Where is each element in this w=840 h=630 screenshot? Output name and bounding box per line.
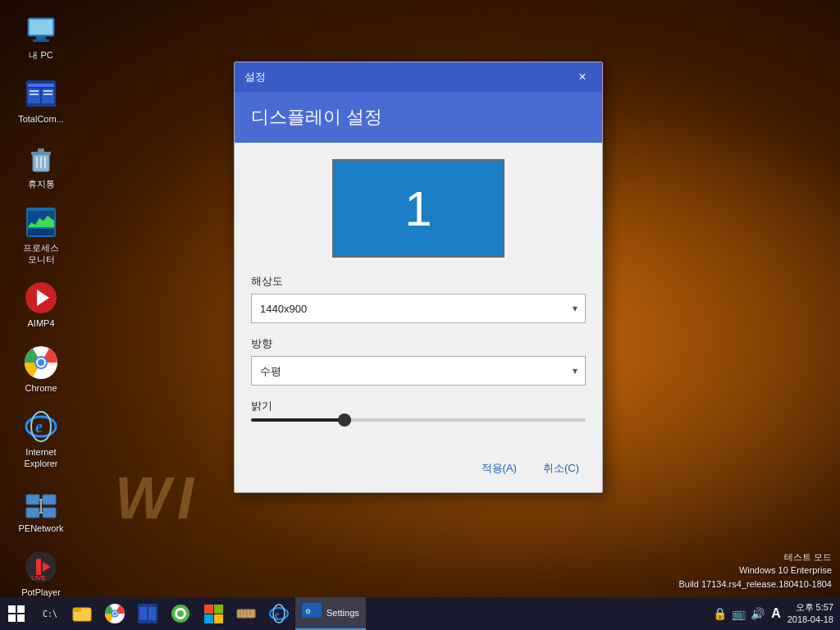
watermark-line1: 테스트 모드	[678, 550, 832, 564]
aimp-label: AIMP4	[27, 317, 54, 329]
direction-label: 방향	[251, 336, 586, 351]
taskbar-item-explorer[interactable]	[66, 597, 98, 630]
resolution-select-wrapper: 1440x900 1920x1080 1280x720 840x630 ▾	[251, 294, 586, 323]
taskbar-item-winstore[interactable]	[197, 597, 230, 630]
cancel-button[interactable]: 취소(C)	[536, 458, 586, 479]
resolution-field-group: 해상도 1440x900 1920x1080 1280x720 840x630…	[251, 274, 586, 323]
brightness-slider-container	[251, 418, 586, 422]
taskbar-item-cmd[interactable]: C:\	[33, 597, 66, 630]
display-icon[interactable]: 📺	[732, 607, 746, 620]
svg-rect-31	[43, 495, 56, 504]
resolution-select[interactable]: 1440x900 1920x1080 1280x720 840x630	[251, 294, 586, 323]
svg-rect-20	[28, 229, 54, 235]
desktop-icon-chrome[interactable]: Chrome	[8, 341, 74, 399]
svg-point-48	[113, 612, 116, 615]
potplayer-icon: LIVE	[25, 550, 57, 583]
volume-icon[interactable]: 🔊	[751, 607, 765, 620]
watermark: 테스트 모드 Windows 10 Enterprise Build 17134…	[678, 550, 832, 591]
svg-rect-59	[237, 609, 255, 618]
start-button[interactable]	[0, 597, 33, 630]
close-button[interactable]: ×	[573, 67, 592, 87]
watermark-line2: Windows 10 Enterprise	[678, 564, 832, 578]
clock[interactable]: 오후 5:57 2018-04-18	[788, 601, 833, 627]
desktop-icon-recyclebin[interactable]: 휴지통	[8, 137, 74, 194]
360-taskbar-icon	[171, 604, 190, 623]
systray: 🔒 📺 🔊	[713, 607, 765, 620]
recyclebin-label: 휴지통	[28, 178, 55, 189]
ie-taskbar-icon: e	[269, 604, 289, 623]
svg-rect-14	[38, 148, 44, 153]
svg-point-26	[38, 359, 44, 366]
taskbar-item-360[interactable]	[164, 597, 197, 630]
language-indicator[interactable]: A	[771, 606, 781, 621]
direction-select-wrapper: 수평 수직 ▾	[251, 356, 586, 386]
svg-rect-58	[214, 614, 223, 623]
svg-text:e: e	[275, 609, 280, 620]
totalcmd-icon	[25, 77, 57, 110]
svg-rect-51	[148, 607, 156, 620]
brightness-thumb[interactable]	[338, 413, 351, 427]
monitor-box[interactable]: 1	[332, 159, 504, 258]
apply-button[interactable]: 적용(A)	[475, 458, 523, 479]
desktop-icon-procmon[interactable]: 프로세스 모니터	[8, 201, 74, 271]
chrome-icon	[25, 346, 57, 379]
dialog-titlebar: 설정 ×	[235, 62, 602, 92]
lock-icon[interactable]: 🔒	[713, 607, 727, 620]
explorer-taskbar-icon	[72, 604, 92, 623]
desktop-icon-ie[interactable]: e Internet Explorer	[8, 405, 74, 475]
mypc-icon	[25, 13, 57, 46]
brightness-slider[interactable]	[251, 418, 586, 422]
taskbar-item-settings[interactable]: ⚙ Settings	[295, 597, 366, 630]
desktop: WI 내 PC	[0, 0, 840, 630]
settings-taskbar-icon: ⚙	[302, 603, 322, 623]
resolution-label: 해상도	[251, 274, 586, 289]
procmon-icon	[25, 206, 57, 239]
taskbar-item-chrome[interactable]	[98, 597, 131, 630]
windows-logo	[8, 605, 25, 622]
svg-rect-44	[73, 608, 81, 612]
desktop-icon-mypc[interactable]: 내 PC	[8, 8, 74, 66]
watermark-line3: Build 17134.rs4_release.180410-1804	[678, 578, 832, 591]
svg-rect-50	[139, 607, 147, 620]
svg-rect-32	[26, 508, 39, 518]
svg-rect-30	[26, 495, 39, 504]
svg-rect-33	[43, 508, 56, 518]
ie-icon: e	[25, 410, 57, 443]
chrome-taskbar-icon	[105, 604, 125, 623]
settings-taskbar-label: Settings	[326, 608, 359, 618]
svg-rect-55	[204, 605, 213, 614]
totalcmd-taskbar-icon	[138, 604, 158, 623]
taskbar-item-ie[interactable]: e	[262, 597, 295, 630]
cmd-taskbar-icon: C:\	[39, 604, 59, 623]
dialog-buttons: 적용(A) 취소(C)	[235, 448, 602, 492]
chrome-label: Chrome	[25, 382, 57, 394]
svg-rect-38	[36, 559, 41, 575]
taskbar-item-totalcmd[interactable]	[131, 597, 164, 630]
desktop-icon-penet[interactable]: PENetwork	[8, 482, 74, 539]
taskbar-right: 🔒 📺 🔊 A 오후 5:57 2018-04-18	[706, 597, 840, 630]
taskbar-item-ruler[interactable]	[230, 597, 262, 630]
dialog-title: 설정	[244, 70, 266, 84]
svg-point-54	[177, 610, 184, 617]
desktop-icon-totalcmd[interactable]: TotalCom...	[8, 72, 74, 130]
taskbar: C:\	[0, 597, 840, 630]
penet-icon	[25, 486, 57, 519]
svg-rect-57	[204, 614, 213, 623]
display-settings-dialog: 설정 × 디스플레이 설정 1 해상도 1440x900 1920x1080	[234, 62, 603, 493]
svg-rect-9	[30, 94, 39, 95]
ie-label: Internet Explorer	[25, 446, 58, 470]
desktop-icon-potplayer[interactable]: LIVE PotPlayer	[8, 546, 74, 603]
svg-rect-56	[214, 605, 223, 614]
brightness-label: 밝기	[251, 399, 586, 413]
svg-rect-3	[30, 20, 52, 34]
direction-select[interactable]: 수평 수직	[251, 356, 586, 386]
desktop-icon-aimp[interactable]: AIMP4	[8, 276, 74, 334]
monitor-number: 1	[404, 180, 431, 237]
time: 오후 5:57	[788, 601, 833, 614]
svg-rect-11	[43, 94, 52, 95]
ruler-taskbar-icon	[236, 604, 256, 623]
svg-text:e: e	[35, 418, 43, 436]
svg-text:⚙: ⚙	[305, 608, 311, 615]
dialog-body: 1 해상도 1440x900 1920x1080 1280x720 1024x7…	[235, 143, 602, 448]
mypc-label: 내 PC	[29, 49, 52, 61]
